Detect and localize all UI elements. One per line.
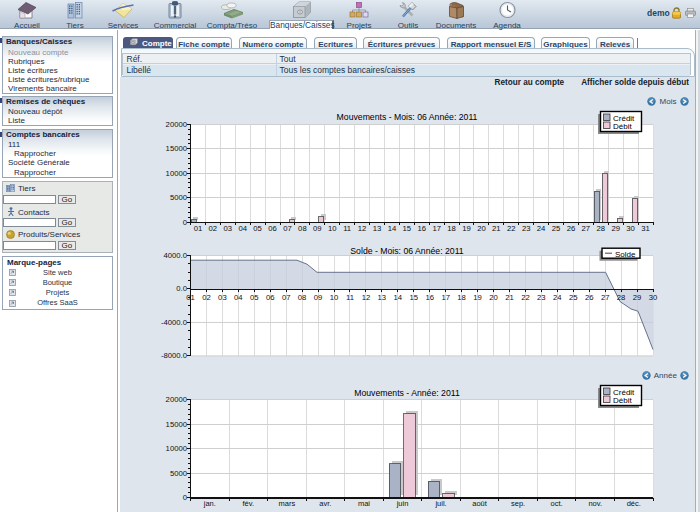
svg-text:4000.0: 4000.0: [163, 251, 187, 260]
svg-text:24: 24: [537, 224, 546, 233]
svg-text:13: 13: [378, 293, 387, 302]
svg-text:24: 24: [553, 293, 562, 302]
svg-text:14: 14: [388, 224, 397, 233]
svg-text:02: 02: [202, 293, 211, 302]
svg-text:10000: 10000: [166, 444, 187, 453]
svg-text:08: 08: [298, 293, 307, 302]
svg-text:07: 07: [283, 224, 292, 233]
svg-text:17: 17: [432, 224, 441, 233]
svg-text:28: 28: [617, 293, 626, 302]
svg-text:21: 21: [505, 293, 514, 302]
svg-text:25: 25: [552, 224, 561, 233]
svg-text:07: 07: [282, 293, 291, 302]
svg-text:jan.: jan.: [203, 499, 216, 508]
svg-text:09: 09: [313, 224, 322, 233]
svg-text:03: 03: [224, 224, 233, 233]
svg-text:05: 05: [253, 224, 262, 233]
svg-text:09: 09: [314, 293, 323, 302]
svg-text:oct.: oct.: [551, 499, 563, 508]
svg-text:fév.: fév.: [243, 499, 255, 508]
svg-text:02: 02: [209, 224, 218, 233]
svg-text:28: 28: [596, 224, 605, 233]
svg-text:18: 18: [447, 224, 456, 233]
svg-text:0: 0: [183, 493, 187, 502]
svg-text:15: 15: [403, 224, 412, 233]
svg-text:Mouvements - Année: 2011: Mouvements - Année: 2011: [354, 388, 460, 398]
svg-text:01: 01: [194, 224, 203, 233]
svg-text:17: 17: [441, 293, 450, 302]
svg-text:08: 08: [298, 224, 307, 233]
svg-text:nov.: nov.: [588, 499, 602, 508]
svg-text:15: 15: [409, 293, 418, 302]
svg-text:30: 30: [626, 224, 635, 233]
svg-text:avr.: avr.: [319, 499, 331, 508]
svg-text:10: 10: [330, 293, 339, 302]
svg-text:26: 26: [585, 293, 594, 302]
svg-text:5000: 5000: [170, 469, 187, 478]
svg-text:juin: juin: [396, 499, 409, 508]
svg-text:20000: 20000: [166, 120, 187, 129]
svg-text:11: 11: [343, 224, 351, 233]
svg-text:27: 27: [582, 224, 591, 233]
svg-text:19: 19: [473, 293, 482, 302]
svg-text:déc.: déc.: [627, 499, 641, 508]
svg-text:30: 30: [649, 293, 658, 302]
svg-text:Débit: Débit: [613, 122, 632, 131]
svg-text:22: 22: [521, 293, 530, 302]
svg-text:-8000.0: -8000.0: [161, 351, 187, 360]
svg-text:22: 22: [507, 224, 516, 233]
svg-text:27: 27: [601, 293, 610, 302]
svg-text:06: 06: [268, 224, 277, 233]
svg-text:15000: 15000: [166, 144, 187, 153]
svg-text:10000: 10000: [166, 169, 187, 178]
svg-text:12: 12: [362, 293, 371, 302]
svg-text:01: 01: [186, 293, 195, 302]
svg-text:26: 26: [567, 224, 576, 233]
svg-text:19: 19: [462, 224, 471, 233]
svg-text:13: 13: [373, 224, 382, 233]
svg-text:12: 12: [358, 224, 367, 233]
svg-text:20: 20: [477, 224, 486, 233]
svg-text:15000: 15000: [166, 420, 187, 429]
svg-text:sep.: sep.: [511, 499, 525, 508]
svg-text:29: 29: [611, 224, 620, 233]
svg-text:23: 23: [522, 224, 531, 233]
svg-text:10: 10: [328, 224, 337, 233]
svg-text:04: 04: [238, 224, 247, 233]
svg-text:23: 23: [537, 293, 546, 302]
svg-text:0: 0: [183, 218, 187, 227]
svg-text:06: 06: [266, 293, 275, 302]
svg-text:18: 18: [457, 293, 466, 302]
svg-text:25: 25: [569, 293, 578, 302]
svg-text:29: 29: [633, 293, 642, 302]
svg-text:mars: mars: [279, 499, 296, 508]
svg-text:Solde: Solde: [615, 250, 636, 259]
svg-text:Débit: Débit: [613, 396, 632, 405]
svg-text:Solde - Mois: 06 Année: 2011: Solde - Mois: 06 Année: 2011: [350, 246, 464, 256]
svg-text:20: 20: [489, 293, 498, 302]
svg-text:juil.: juil.: [434, 499, 446, 508]
svg-text:11: 11: [346, 293, 354, 302]
svg-text:31: 31: [641, 224, 650, 233]
svg-text:03: 03: [218, 293, 227, 302]
svg-text:20000: 20000: [166, 395, 187, 404]
svg-text:14: 14: [394, 293, 403, 302]
svg-text:04: 04: [234, 293, 243, 302]
svg-text:août: août: [472, 499, 488, 508]
svg-text:-4000.0: -4000.0: [161, 318, 187, 327]
svg-text:16: 16: [425, 293, 434, 302]
svg-text:Mouvements - Mois: 06 Année: 2: Mouvements - Mois: 06 Année: 2011: [337, 112, 478, 122]
svg-text:16: 16: [417, 224, 426, 233]
svg-text:21: 21: [492, 224, 501, 233]
svg-text:05: 05: [250, 293, 259, 302]
svg-text:5000: 5000: [170, 193, 187, 202]
svg-text:mai: mai: [358, 499, 370, 508]
